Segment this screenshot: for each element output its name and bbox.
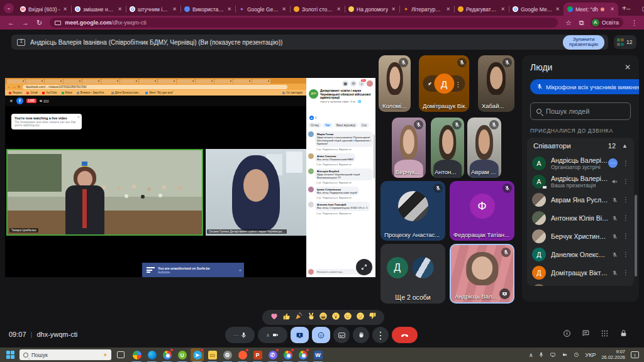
tile-more[interactable]: ДЩе 2 особи xyxy=(380,244,445,304)
reaction-😮[interactable] xyxy=(331,312,340,323)
participant-row[interactable]: Антонюк Юлія Вікторів...⋮ xyxy=(527,209,634,227)
tab-close-icon[interactable]: ✕ xyxy=(336,6,341,12)
reaction-🎉[interactable] xyxy=(294,312,303,323)
tile-domitra[interactable]: Д⋮Домітращук Вік... xyxy=(419,55,469,112)
participant-menu-icon[interactable]: ⋮ xyxy=(623,178,629,185)
browser-tab[interactable]: ✦Google Gemini✕ xyxy=(235,3,290,16)
host-controls-lock-icon[interactable] xyxy=(619,329,628,337)
tab-close-icon[interactable]: ✕ xyxy=(501,6,505,12)
tray-mic-icon[interactable] xyxy=(538,352,544,358)
participant-menu-icon[interactable]: ⋮ xyxy=(623,214,629,221)
tab-close-icon[interactable]: ✕ xyxy=(63,6,67,12)
fb-tab-Схо[interactable]: Схо xyxy=(359,123,369,128)
comment-meta[interactable]: 1 хв Подобається Відповісти xyxy=(316,212,370,215)
tile-khabai[interactable]: Хабай... xyxy=(478,55,514,112)
taskbar-app-powerpoint[interactable]: P xyxy=(251,348,264,361)
maximize-button[interactable]: ▢ xyxy=(641,6,644,12)
start-button[interactable] xyxy=(6,351,14,359)
bookmark-item[interactable]: Діяти Безкоштовн… xyxy=(111,91,142,94)
taskbar-app-edge[interactable] xyxy=(145,348,158,361)
taskbar-app-app-orange[interactable] xyxy=(236,348,249,361)
participant-row[interactable]: AАндрієць Валерія І... (Ви)Організатор з… xyxy=(527,154,634,172)
browser-tab[interactable]: Gштучним інте✕ xyxy=(126,3,180,16)
reaction-👎[interactable] xyxy=(368,312,377,323)
surfe-close-icon[interactable]: ✕ xyxy=(239,268,242,272)
reaction-👏[interactable] xyxy=(307,312,316,323)
browser-tab[interactable]: На допомогу✕ xyxy=(345,3,399,16)
browser-tab[interactable]: ✦Література до✕ xyxy=(399,3,454,16)
contributors-header[interactable]: Співавтори 12 ▲ xyxy=(527,138,634,154)
bookmark-item[interactable]: Meet "Wy-gav-ava" xyxy=(145,91,173,94)
back-button[interactable]: ← xyxy=(8,19,14,26)
tray-display-icon[interactable] xyxy=(550,352,556,358)
mic-button[interactable]: ⋯ xyxy=(225,327,255,343)
reaction-👍[interactable] xyxy=(282,312,291,323)
fb-menu-icon[interactable]: ▦ xyxy=(342,80,348,87)
tray-chevron-icon[interactable]: ∧ xyxy=(529,352,533,358)
tab-close-icon[interactable]: ✕ xyxy=(118,6,122,12)
camera-button[interactable]: ∧ xyxy=(258,327,287,343)
participant-menu-icon[interactable]: ⋮ xyxy=(623,233,629,239)
comment-meta[interactable]: 1 хв Подобається Відповісти xyxy=(316,181,373,184)
end-call-button[interactable] xyxy=(392,327,418,343)
tab-close-icon[interactable]: ✕ xyxy=(610,6,614,12)
stop-presenting-button[interactable]: Зупинити презентацію xyxy=(563,35,604,50)
shared-screen[interactable]: ←→↻ facebook.com/…/videos/10753323557917… xyxy=(5,78,375,277)
tab-close-icon[interactable]: ✕ xyxy=(446,6,450,12)
close-panel-icon[interactable]: ✕ xyxy=(625,63,631,72)
fb-tab-Ваші відповіді[interactable]: Ваші відповіді xyxy=(334,123,358,128)
bookmark-item[interactable]: Вчимся - Заробля… xyxy=(77,91,107,94)
tab-close-icon[interactable]: ✕ xyxy=(555,6,560,12)
close-video-icon[interactable]: ✕ xyxy=(9,99,13,104)
browser-tab[interactable]: Редагувати ку✕ xyxy=(454,3,509,16)
taskbar-app-settings[interactable]: ⚙ xyxy=(221,348,234,361)
tile-protsesku[interactable]: Процеску Анастас... xyxy=(380,181,445,241)
meeting-details-icon[interactable] xyxy=(563,329,571,337)
reaction-😢[interactable] xyxy=(343,312,352,323)
participant-row[interactable]: Коломійченко Каріна ...⋮ xyxy=(527,282,634,286)
taskbar-app-word[interactable]: W xyxy=(311,348,325,361)
taskbar-app-viber[interactable]: ✆ xyxy=(266,348,279,361)
participant-menu-icon[interactable]: ⋮ xyxy=(623,251,629,258)
tile-avram[interactable]: Аврам ... xyxy=(467,118,501,178)
tab-close-icon[interactable]: ✕ xyxy=(282,6,286,12)
participant-row[interactable]: ДДомітращук Вікторія С...⋮ xyxy=(527,263,634,282)
reload-button[interactable]: ↻ xyxy=(36,19,42,27)
taskbar-search[interactable]: Пошук ✦ xyxy=(19,349,111,360)
expand-presentation-button[interactable] xyxy=(356,259,372,275)
browser-tab[interactable]: GGoogle Менед✕ xyxy=(509,3,564,16)
language-indicator[interactable]: УКР xyxy=(585,352,596,358)
more-options-button[interactable]: ⋮ xyxy=(372,327,389,343)
profile-chip[interactable]: A Освіта xyxy=(591,18,623,28)
tray-update-icon[interactable] xyxy=(574,352,579,358)
comment-meta[interactable]: 1 хв Подобається Відповісти xyxy=(316,196,359,199)
taskbar-app-chrome[interactable] xyxy=(160,348,174,361)
new-tab-button[interactable]: + xyxy=(622,4,626,13)
pin-icon[interactable] xyxy=(426,78,433,89)
fb-tab-Огляд[interactable]: Огляд xyxy=(308,123,321,128)
taskbar-app-widgets[interactable] xyxy=(130,348,143,361)
participant-row[interactable]: Аврам Яна Русланівна ...⋮ xyxy=(527,190,634,209)
browser-tab[interactable]: MВхідні (603) - ✕ xyxy=(16,3,71,16)
participant-row[interactable]: Берчук Христина Юрії...⋮ xyxy=(527,227,634,245)
bookmark-item[interactable]: Яндекс xyxy=(9,91,22,94)
fb-tab-Чат[interactable]: Чат xyxy=(323,123,333,128)
tab-close-icon[interactable]: ✕ xyxy=(172,6,177,12)
chat-icon[interactable] xyxy=(582,329,590,337)
taskbar-app-chrome[interactable] xyxy=(296,348,309,361)
bookmark-item[interactable]: Мапи xyxy=(62,91,72,94)
reactions-button[interactable] xyxy=(312,327,330,343)
panel-scrollbar[interactable] xyxy=(635,195,637,277)
browser-menu-icon[interactable]: ⋮ xyxy=(631,19,638,27)
tab-close-icon[interactable]: ✕ xyxy=(227,6,231,12)
task-view-button[interactable] xyxy=(117,351,125,358)
fb-page-name[interactable]: Департамент освіти і науки Чернівецької … xyxy=(320,89,373,100)
browser-tab[interactable]: Gзмішане навч✕ xyxy=(71,3,126,16)
surfe-authorize-link[interactable]: Authorize xyxy=(158,271,210,274)
taskbar-app-telegram[interactable]: ➤ xyxy=(191,348,204,361)
present-screen-button[interactable] xyxy=(291,327,309,343)
taskbar-app-chrome[interactable] xyxy=(281,348,294,361)
raise-hand-button[interactable] xyxy=(353,327,369,343)
more-icon[interactable]: ⋮ xyxy=(455,78,462,89)
tab-search-button[interactable]: ⌄ xyxy=(4,3,14,13)
